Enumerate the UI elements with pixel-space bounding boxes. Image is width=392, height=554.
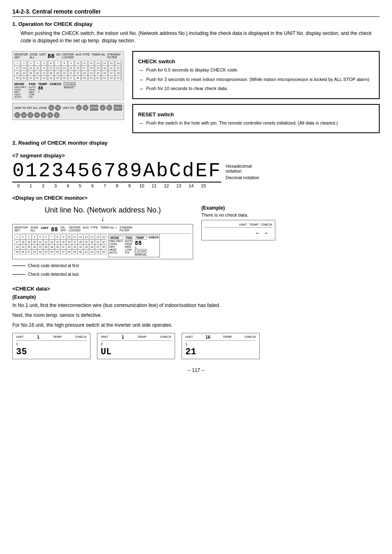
dec-1: 1 [25,183,37,188]
ctrl2-r2-btn4[interactable]: ● [34,112,40,118]
m-cell-50: 50 [20,249,26,254]
ctrl2-r2-btn3[interactable]: ● [28,112,33,118]
ctrl2-btn-2[interactable]: ▼ [55,105,61,111]
check-examples-row: UNIT 1 TEMP CHECK 1 35 UNIT 1 TEMP CHECK [12,333,380,359]
check-monitor-content: Unit line No. (Network address No.)↓ MON… [12,205,380,279]
ctrl2-central-btn[interactable]: CENTRAL [90,105,98,111]
dec-5: 5 [74,183,86,188]
m-cell-43: 43 [72,245,78,249]
check-item-2-text: Push for 3 seconds to reset indoor micro… [146,76,369,83]
grid-cell-9: 9 [68,61,74,66]
dec-13: 13 [173,183,185,188]
m-cell-48: 48 [101,245,106,249]
fan-high: HIGH [125,242,133,245]
dec-15: 15 [197,183,210,188]
ctrl2-btn-4[interactable]: ▼ [83,105,88,111]
mon-unit-digits: 88 [51,226,58,233]
mode-auto: AUTO [109,251,123,254]
check-data-section: <CHECK data> (Example) In No.1 unit, fir… [12,286,380,359]
ctrl2-buttons: HOW TO SET ALL ZONE ▲ ▼ UNIT ON ▲ ▼ CENT… [14,105,122,111]
check-unit-box-3: UNIT 16 TEMP CHECK 1 21 [182,333,260,359]
ctrl2-check-btn[interactable]: CHECK [114,105,122,111]
dec-0: 0 [12,183,25,188]
cu3-check-label: CHECK [244,335,256,339]
unit-digits: 88 [48,53,55,60]
ctrl2-r2-btn1[interactable]: ● [14,112,20,118]
segment-section: <7 segment display> 0 1 2 3 4 5 6 7 8 9 … [12,152,380,188]
arrow-icon-4: → [138,120,144,128]
dec-12: 12 [160,183,173,188]
grid-cell-44: 44 [88,71,94,76]
page-title: 14-2-3. Central remote controller [12,8,380,17]
seg-b: b [156,161,169,181]
grid-cell-18: 18 [21,66,27,71]
m-cell-3: 3 [26,235,32,240]
check-unit-3-header: UNIT 16 TEMP CHECK [185,335,256,341]
m-cell-17: 17 [14,240,20,245]
ctrl2-labels: HOW TO SET ALL ZONE [14,106,47,109]
ctrl2-r2-btn6[interactable]: ● [47,112,53,118]
reset-switch-title: RESET switch [138,111,374,118]
dec-11: 11 [148,183,160,188]
mon-monitor-set: MONITORSET [14,226,28,233]
grid-cell-14: 14 [102,61,108,66]
ctrl2-r2-btn2[interactable]: ● [21,112,27,118]
monitor-mode-panel: MODE FAN ONLY COOL DRY HEAT AUTO FAN AUT [108,235,160,257]
grid-cell-41: 41 [68,71,74,76]
ctrl2-btn-1[interactable]: ▲ [48,105,54,111]
check-data-line-2: Next, the room temp. sensor is defective… [12,312,380,319]
m-cell-25: 25 [60,240,66,245]
m-cell-51: 51 [26,249,32,254]
ctrl2-r2-btn7[interactable]: ● [54,112,60,118]
timer-label: TIMER No. [91,53,106,60]
m-cell-29: 29 [83,240,89,245]
grid-cell-57: 57 [68,76,74,81]
center-label: CENTERLOCKED [62,53,74,60]
check-label-panel: CHECK [50,82,61,98]
grid-cell-50: 50 [21,76,27,81]
grid-cell-3: 3 [28,61,34,66]
grid-cell-61: 61 [95,76,101,81]
grid-cell-62: 62 [102,76,108,81]
m-cell-63: 63 [95,249,101,254]
m-cell-53: 53 [37,249,43,254]
ctrl2-r2-btn5[interactable]: ● [41,112,46,118]
check-code-arrows: —— Check code detected at first —— Check… [12,262,193,278]
grid-cell-30: 30 [102,66,108,71]
seg-6: 6 [91,161,104,181]
check-code-first: Check code detected at first [28,263,79,268]
seg-d: d [182,161,196,181]
m-cell-42: 42 [66,245,72,249]
ctrl2-btn-5[interactable]: ▲ [100,105,106,111]
manual-label: MANUAL [135,253,147,256]
grid-cell-1: 1 [14,61,20,66]
mode-cool: COOL [109,242,123,245]
seg-0: 0 [12,161,25,181]
mon-zone-all: ZONEALL [30,226,38,233]
m-cell-60: 60 [78,249,83,254]
ctrl2-btn-group1: ▲ ▼ [48,105,61,111]
m-cell-44: 44 [78,245,83,249]
grid-cell-52: 52 [35,76,40,81]
example-title: (Example) [201,205,275,211]
seg-7: 7 [104,161,117,181]
seg-3: 3 [51,161,65,181]
ctrl2-btn-6[interactable]: ▼ [106,105,112,111]
unit-label-top: UNIT [39,53,46,60]
check-unit-1-header: UNIT 1 TEMP CHECK [16,335,87,341]
temp-title: TEMP [135,236,147,240]
monitor-mode-top: MODE FAN ONLY COOL DRY HEAT AUTO FAN AUT [109,236,159,256]
page-container: 14-2-3. Central remote controller 1. Ope… [12,8,380,373]
m-cell-32: 32 [101,240,106,245]
cu2-code1: 2 [101,342,171,346]
check-item-3-text: Push for 10 seconds to clear check data. [146,85,228,92]
ctrl2-btn-3[interactable]: ▲ [76,105,82,111]
cu3-code1-val: 1 [185,342,187,346]
louver-label: LOUVER [135,249,147,253]
aux-label: AUX.TYPE [76,53,90,60]
grid-cell-38: 38 [48,71,54,76]
grid-cell-53: 53 [41,76,47,81]
section2-heading: 2. Reading of CHECK monitor display [12,140,380,146]
m-cell-35: 35 [26,245,32,249]
grid-cell-10: 10 [75,61,81,66]
